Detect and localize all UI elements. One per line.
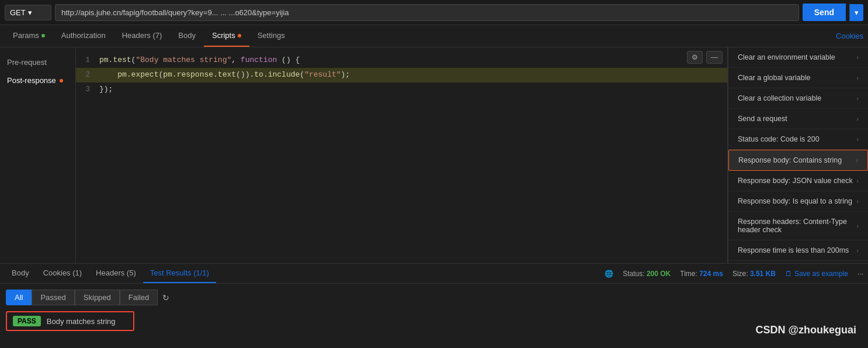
editor-toolbar: ⚙ — <box>687 51 723 64</box>
snippet-send-request[interactable]: Send a request › <box>728 109 868 129</box>
snippet-clear-collection-arrow: › <box>856 95 859 102</box>
globe-icon: 🌐 <box>605 270 613 278</box>
line-num-1: 1 <box>76 54 99 67</box>
method-dropdown-icon: ▾ <box>28 8 32 17</box>
send-dropdown-button[interactable]: ▾ <box>849 4 863 21</box>
watermark: CSDN @zhoukeguai <box>755 324 856 336</box>
code-line-3: 3 }); <box>76 82 727 97</box>
bottom-tab-headers[interactable]: Headers (5) <box>89 264 143 283</box>
editor-area: ⚙ — 1 pm.test("Body matches string", fun… <box>76 47 728 263</box>
snippet-send-request-arrow: › <box>856 115 859 122</box>
results-area: All Passed Skipped Failed ↻ PASS Body ma… <box>0 284 868 348</box>
tab-params[interactable]: Params <box>5 25 53 47</box>
tab-headers[interactable]: Headers (7) <box>114 25 171 47</box>
filter-failed-label: Failed <box>129 293 149 302</box>
snippet-clear-collection-label: Clear a collection variable <box>738 94 821 102</box>
snippet-status-200-arrow: › <box>856 136 859 143</box>
line-content-1: pm.test("Body matches string", function … <box>99 54 727 67</box>
bottom-tabs: Body Cookies (1) Headers (5) Test Result… <box>0 263 868 284</box>
editor-collapse-button[interactable]: — <box>706 51 723 64</box>
sidebar-item-prerequest[interactable]: Pre-request <box>0 53 75 71</box>
snippet-response-time[interactable]: Response time is less than 200ms › <box>728 240 868 261</box>
tab-authorization[interactable]: Authorization <box>53 25 114 47</box>
line-content-3: }); <box>99 84 727 96</box>
line-num-3: 3 <box>76 84 99 96</box>
size-value: 3.51 KB <box>750 270 776 278</box>
pass-label: Body matches string <box>47 317 116 326</box>
top-bar: GET ▾ Send ▾ <box>0 0 868 25</box>
filter-tab-passed[interactable]: Passed <box>32 290 74 305</box>
send-button[interactable]: Send <box>803 4 846 21</box>
tab-body[interactable]: Body <box>170 25 204 47</box>
code-line-1: 1 pm.test("Body matches string", functio… <box>76 53 727 68</box>
tab-headers-label: Headers (7) <box>122 31 162 40</box>
editor-settings-button[interactable]: ⚙ <box>687 51 703 64</box>
filter-tab-failed[interactable]: Failed <box>120 290 158 305</box>
method-select[interactable]: GET ▾ <box>5 5 51 20</box>
filter-tab-all[interactable]: All <box>6 290 32 305</box>
snippet-status-200-label: Status code: Code is 200 <box>738 135 820 143</box>
more-button[interactable]: ··· <box>857 270 863 278</box>
save-icon: 🗒 <box>785 270 792 278</box>
postresponse-dot <box>60 79 63 82</box>
bottom-tab-cookies[interactable]: Cookies (1) <box>36 264 89 283</box>
url-input[interactable] <box>55 4 799 21</box>
snippet-equal-string-arrow: › <box>856 198 859 205</box>
save-example-button[interactable]: 🗒 Save as example <box>785 270 848 278</box>
time-value: 724 ms <box>699 270 723 278</box>
bottom-tab-body[interactable]: Body <box>5 264 36 283</box>
tab-params-label: Params <box>13 31 39 40</box>
scripts-dot <box>238 34 241 37</box>
snippet-status-200[interactable]: Status code: Code is 200 › <box>728 129 868 150</box>
tab-scripts[interactable]: Scripts <box>204 25 249 47</box>
snippet-equal-string[interactable]: Response body: Is equal to a string › <box>728 191 868 212</box>
tab-authorization-label: Authorization <box>61 31 106 40</box>
filter-all-label: All <box>15 293 23 302</box>
filter-skipped-label: Skipped <box>84 293 111 302</box>
time-label: Time: 724 ms <box>680 270 723 278</box>
pass-badge: PASS <box>13 316 41 326</box>
code-editor[interactable]: 1 pm.test("Body matches string", functio… <box>76 47 727 102</box>
snippet-json-value[interactable]: Response body: JSON value check › <box>728 171 868 191</box>
bottom-tab-testresults[interactable]: Test Results (1/1) <box>143 264 216 283</box>
snippet-content-type[interactable]: Response headers: Content-Type header ch… <box>728 212 868 240</box>
snippet-clear-env-label: Clear an environment variable <box>738 53 835 61</box>
cookies-button[interactable]: Cookies <box>836 32 863 40</box>
tab-scripts-label: Scripts <box>212 31 235 40</box>
snippet-clear-global-arrow: › <box>856 74 859 81</box>
snippet-content-type-arrow: › <box>856 222 859 229</box>
filter-passed-label: Passed <box>40 293 65 302</box>
snippet-response-time-arrow: › <box>856 247 859 254</box>
snippet-response-contains-arrow: › <box>856 157 858 164</box>
line-content-2: pm.expect(pm.response.text()).to.include… <box>99 69 727 81</box>
snippet-json-value-arrow: › <box>856 177 859 184</box>
snippet-clear-env-arrow: › <box>856 54 859 61</box>
snippet-clear-env[interactable]: Clear an environment variable › <box>728 47 868 68</box>
bottom-tab-cookies-label: Cookies (1) <box>43 268 82 277</box>
postresponse-label: Post-response <box>7 76 56 85</box>
main-content: Pre-request Post-response ⚙ — 1 pm.test(… <box>0 47 868 263</box>
snippet-json-value-label: Response body: JSON value check <box>738 177 853 185</box>
nav-tabs: Params Authorization Headers (7) Body Sc… <box>0 25 868 47</box>
sidebar-item-postresponse[interactable]: Post-response <box>0 71 75 89</box>
snippet-response-contains[interactable]: Response body: Contains string › <box>728 150 868 171</box>
refresh-button[interactable]: ↻ <box>162 293 169 302</box>
prerequest-label: Pre-request <box>7 58 47 67</box>
save-label: Save as example <box>794 270 848 278</box>
bottom-status: 🌐 Status: 200 OK Time: 724 ms Size: 3.51… <box>605 270 863 278</box>
snippet-equal-string-label: Response body: Is equal to a string <box>738 197 852 205</box>
filter-tab-skipped[interactable]: Skipped <box>75 290 120 305</box>
tab-settings-label: Settings <box>258 31 285 40</box>
tab-settings[interactable]: Settings <box>249 25 293 47</box>
code-line-2: 2 pm.expect(pm.response.text()).to.inclu… <box>76 68 727 82</box>
line-num-2: 2 <box>76 69 99 81</box>
bottom-tab-headers-label: Headers (5) <box>96 268 136 277</box>
filter-tabs: All Passed Skipped Failed ↻ <box>6 290 862 305</box>
snippet-clear-collection[interactable]: Clear a collection variable › <box>728 88 868 109</box>
status-value: 200 OK <box>647 270 671 278</box>
size-label: Size: 3.51 KB <box>732 270 776 278</box>
snippet-clear-global-label: Clear a global variable <box>738 74 810 82</box>
snippet-clear-global[interactable]: Clear a global variable › <box>728 68 868 88</box>
snippet-response-time-label: Response time is less than 200ms <box>738 246 849 254</box>
snippet-panel: Clear an environment variable › Clear a … <box>728 47 868 263</box>
